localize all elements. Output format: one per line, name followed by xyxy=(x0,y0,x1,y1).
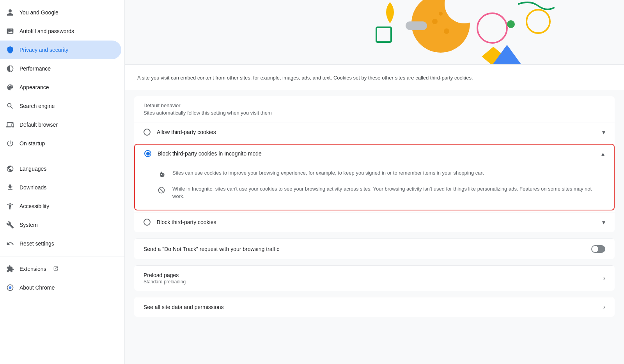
do-not-track-label: Send a "Do Not Track" request with your … xyxy=(144,246,279,252)
nav-divider-1 xyxy=(0,156,124,156)
sidebar-label-you-and-google: You and Google xyxy=(20,9,58,16)
illustration-header xyxy=(125,0,624,64)
sidebar-item-you-and-google[interactable]: You and Google xyxy=(0,3,121,22)
shield-icon xyxy=(6,46,14,54)
block-incognito-header[interactable]: Block third-party cookies in Incognito m… xyxy=(135,145,614,163)
svg-point-9 xyxy=(507,20,515,28)
nav-divider-2 xyxy=(0,256,124,256)
expanded-item-1: Sites can use cookies to improve your br… xyxy=(157,166,604,182)
sidebar-item-appearance[interactable]: Appearance xyxy=(0,78,121,97)
browser-icon xyxy=(6,121,14,129)
sidebar-item-default-browser[interactable]: Default browser xyxy=(0,115,121,134)
block-all-chevron-down-icon: ▾ xyxy=(602,219,605,226)
see-all-card: See all site data and permissions › xyxy=(134,297,615,317)
system-icon xyxy=(6,221,14,229)
preload-title: Preload pages xyxy=(144,272,186,278)
sidebar-label-autofill: Autofill and passwords xyxy=(20,28,74,34)
block-incognito-chevron-up-icon: ▴ xyxy=(601,150,604,157)
sidebar-label-downloads: Downloads xyxy=(20,184,46,191)
sidebar-label-on-startup: On startup xyxy=(20,140,45,147)
see-all-row[interactable]: See all site data and permissions › xyxy=(134,297,615,317)
sidebar-item-about-chrome[interactable]: About Chrome xyxy=(0,278,121,297)
allow-cookies-option[interactable]: Allow third-party cookies ▾ xyxy=(134,122,615,142)
block-all-cookies-option[interactable]: Block third-party cookies ▾ xyxy=(134,212,615,232)
svg-point-8 xyxy=(477,13,507,43)
sidebar-item-search-engine[interactable]: Search engine xyxy=(0,97,121,115)
svg-point-3 xyxy=(432,19,438,24)
see-all-title: See all site data and permissions xyxy=(144,304,223,310)
sidebar-label-search-engine: Search engine xyxy=(20,103,55,109)
svg-rect-7 xyxy=(376,27,391,42)
svg-rect-6 xyxy=(406,21,427,30)
sidebar-item-reset-settings[interactable]: Reset settings xyxy=(0,234,121,253)
sidebar-label-languages: Languages xyxy=(20,166,46,172)
reset-icon xyxy=(6,240,14,247)
performance-icon xyxy=(6,65,14,72)
sidebar-item-performance[interactable]: Performance xyxy=(0,59,121,78)
see-all-chevron-right-icon: › xyxy=(603,304,605,311)
accessibility-icon xyxy=(6,202,14,210)
autofill-icon xyxy=(6,27,14,35)
expanded-item-text-1: Sites can use cookies to improve your br… xyxy=(172,169,604,177)
sidebar-label-default-browser: Default browser xyxy=(20,122,58,128)
preload-chevron-right-icon: › xyxy=(603,275,605,282)
cookies-section-card: Default behavior Sites automatically fol… xyxy=(134,96,615,232)
sidebar-label-performance: Performance xyxy=(20,65,51,72)
block-incognito-label: Block third-party cookies in Incognito m… xyxy=(158,150,601,157)
svg-point-5 xyxy=(439,12,443,16)
person-icon xyxy=(6,9,14,16)
sidebar-item-downloads[interactable]: Downloads xyxy=(0,178,121,197)
download-icon xyxy=(6,184,14,191)
sidebar-item-privacy-security[interactable]: Privacy and security xyxy=(0,41,121,59)
expanded-item-text-2: While in Incognito, sites can't use your… xyxy=(172,185,604,200)
sidebar-item-on-startup[interactable]: On startup xyxy=(0,134,121,153)
appearance-icon xyxy=(6,83,14,91)
block-incognito-details: Sites can use cookies to improve your br… xyxy=(135,163,614,210)
search-icon xyxy=(6,102,14,110)
preload-row[interactable]: Preload pages Standard preloading › xyxy=(134,265,615,291)
expanded-item-2: While in Incognito, sites can't use your… xyxy=(157,182,604,203)
external-link-icon xyxy=(53,266,58,272)
globe-icon xyxy=(6,165,14,173)
block-incognito-radio[interactable] xyxy=(144,150,151,157)
section-header: Default behavior xyxy=(134,96,615,110)
sidebar-label-about-chrome: About Chrome xyxy=(20,284,55,291)
sidebar-item-extensions[interactable]: Extensions xyxy=(0,260,121,278)
do-not-track-row[interactable]: Send a "Do Not Track" request with your … xyxy=(134,239,615,259)
svg-point-0 xyxy=(9,286,12,289)
allow-cookies-radio[interactable] xyxy=(144,129,151,136)
preload-text-group: Preload pages Standard preloading xyxy=(144,272,186,284)
sidebar: You and Google Autofill and passwords Pr… xyxy=(0,0,125,364)
main-content: A site you visit can embed content from … xyxy=(125,0,624,364)
allow-chevron-down-icon: ▾ xyxy=(602,129,605,136)
block-incognito-option-expanded[interactable]: Block third-party cookies in Incognito m… xyxy=(134,144,615,210)
chrome-icon xyxy=(6,284,14,292)
preload-subtitle: Standard preloading xyxy=(144,279,186,284)
sidebar-label-accessibility: Accessibility xyxy=(20,203,49,209)
sidebar-item-accessibility[interactable]: Accessibility xyxy=(0,197,121,216)
sidebar-label-appearance: Appearance xyxy=(20,84,49,90)
sidebar-label-system: System xyxy=(20,222,38,228)
sidebar-item-autofill[interactable]: Autofill and passwords xyxy=(0,22,121,41)
allow-cookies-label: Allow third-party cookies xyxy=(157,129,602,135)
puzzle-icon xyxy=(6,265,14,273)
power-icon xyxy=(6,140,14,147)
block-detail-icon xyxy=(157,186,166,195)
svg-point-12 xyxy=(526,10,550,33)
section-subtitle: Sites automatically follow this setting … xyxy=(134,110,615,122)
do-not-track-card: Send a "Do Not Track" request with your … xyxy=(134,239,615,259)
do-not-track-toggle[interactable] xyxy=(591,245,605,253)
description-text: A site you visit can embed content from … xyxy=(137,74,612,82)
block-all-cookies-label: Block third-party cookies xyxy=(157,219,602,225)
block-all-cookies-radio[interactable] xyxy=(144,219,151,226)
sidebar-item-system[interactable]: System xyxy=(0,216,121,234)
sidebar-item-languages[interactable]: Languages xyxy=(0,159,121,178)
svg-point-4 xyxy=(444,28,449,34)
sidebar-label-extensions: Extensions xyxy=(20,266,46,272)
cookie-detail-icon xyxy=(157,170,166,179)
preload-card: Preload pages Standard preloading › xyxy=(134,265,615,291)
sidebar-label-privacy-security: Privacy and security xyxy=(20,47,68,53)
sidebar-label-reset-settings: Reset settings xyxy=(20,240,54,247)
